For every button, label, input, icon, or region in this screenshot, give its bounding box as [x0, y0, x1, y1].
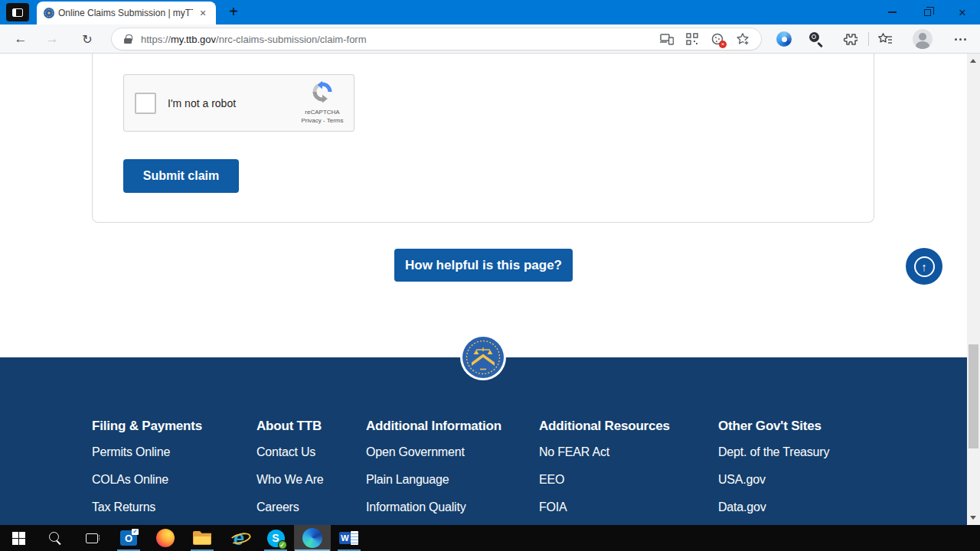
- qr-code-icon[interactable]: [684, 31, 700, 47]
- recaptcha-checkbox[interactable]: [135, 93, 156, 114]
- footer-link[interactable]: COLAs Online: [92, 472, 202, 487]
- ttb-seal-favicon-icon: [43, 7, 55, 19]
- new-tab-button[interactable]: +: [225, 4, 242, 21]
- recaptcha-terms-row: Privacy - Terms: [296, 117, 349, 124]
- recaptcha-brand-text: reCAPTCHA: [296, 109, 349, 116]
- scrollbar-down-icon[interactable]: [970, 516, 976, 520]
- taskbar-file-explorer-button[interactable]: [184, 525, 220, 551]
- devices-icon[interactable]: [659, 31, 675, 47]
- footer-link[interactable]: Open Government: [366, 445, 501, 460]
- tab-close-icon[interactable]: ×: [196, 6, 210, 20]
- cookie-blocked-icon[interactable]: ×: [710, 31, 725, 47]
- browser-tab[interactable]: Online Claims Submission | myTT ×: [37, 2, 216, 24]
- back-button[interactable]: ←: [11, 29, 31, 49]
- footer-link[interactable]: Permits Online: [92, 445, 202, 460]
- arrow-up-icon: ↑: [914, 256, 935, 277]
- collections-star-icon[interactable]: [877, 32, 893, 49]
- padlock-icon[interactable]: [124, 34, 132, 44]
- address-bar-icons: ×: [659, 31, 761, 47]
- windows-logo-icon: [12, 532, 25, 545]
- footer-heading: Filing & Payments: [92, 419, 202, 434]
- dark-magnifier-extension-icon[interactable]: [808, 31, 824, 47]
- footer-link[interactable]: Data.gov: [718, 500, 829, 515]
- footer-link[interactable]: Contact Us: [256, 445, 324, 460]
- magnifier-handle: [817, 42, 823, 48]
- taskbar-internet-explorer-button[interactable]: e: [220, 525, 257, 551]
- footer-link[interactable]: Information Quality: [366, 500, 501, 515]
- address-bar[interactable]: https://my.ttb.gov/nrc-claims-submission…: [112, 28, 761, 50]
- footer-column-filing-payments: Filing & Payments Permits Online COLAs O…: [92, 419, 202, 527]
- footer-column-about-ttb: About TTB Contact Us Who We Are Careers: [256, 419, 324, 527]
- claim-form-card: I'm not a robot reCAPTCHA Privacy - Term…: [92, 54, 874, 223]
- edge-icon: [302, 528, 322, 548]
- taskbar-firefox-button[interactable]: [147, 525, 184, 551]
- settings-more-button[interactable]: [951, 34, 969, 44]
- firefox-icon: [156, 529, 175, 547]
- search-icon: [48, 531, 62, 545]
- word-icon: W: [339, 530, 359, 546]
- taskbar-edge-button[interactable]: [294, 525, 331, 551]
- footer-heading: Additional Information: [366, 419, 501, 434]
- footer-link[interactable]: Who We Are: [256, 472, 324, 487]
- scrollbar-up-icon[interactable]: [970, 59, 976, 63]
- blue-swirl-extension-icon[interactable]: [776, 31, 792, 47]
- minimize-icon: [888, 11, 897, 13]
- footer-heading: About TTB: [256, 419, 324, 434]
- recaptcha-separator: -: [323, 117, 325, 124]
- footer-link[interactable]: FOIA: [539, 500, 670, 515]
- footer-link[interactable]: Plain Language: [366, 472, 501, 487]
- forward-button[interactable]: →: [42, 29, 62, 49]
- footer-column-additional-resources: Additional Resources No FEAR Act EEO FOI…: [539, 419, 670, 527]
- cookie-blocked-badge: ×: [719, 41, 727, 48]
- submit-claim-button[interactable]: Submit claim: [123, 159, 239, 193]
- recaptcha-brand-box: reCAPTCHA Privacy - Terms: [296, 80, 349, 124]
- task-view-button[interactable]: [74, 525, 110, 551]
- footer-heading: Other Gov't Sites: [718, 419, 829, 434]
- url-text[interactable]: https://my.ttb.gov/nrc-claims-submission…: [141, 34, 659, 45]
- tab-actions-menu-button[interactable]: [6, 3, 29, 21]
- footer-column-additional-information: Additional Information Open Government P…: [366, 419, 501, 527]
- taskbar-skype-button[interactable]: S✓: [257, 525, 294, 551]
- recaptcha-terms-link[interactable]: Terms: [327, 117, 344, 124]
- footer-heading: Additional Resources: [539, 419, 670, 434]
- browser-titlebar: Online Claims Submission | myTT × + ×: [0, 0, 980, 24]
- tab-title: Online Claims Submission | myTT: [58, 8, 193, 18]
- page-content: I'm not a robot reCAPTCHA Privacy - Term…: [0, 54, 967, 357]
- close-button[interactable]: ×: [945, 0, 980, 24]
- start-button[interactable]: [0, 525, 37, 551]
- taskbar-search-button[interactable]: [37, 525, 74, 551]
- restore-button[interactable]: [910, 0, 945, 24]
- toolbar-divider: [868, 32, 869, 46]
- browser-toolbar: ← → ↻ https://my.ttb.gov/nrc-claims-subm…: [0, 24, 980, 54]
- recaptcha-privacy-link[interactable]: Privacy: [302, 117, 322, 124]
- recaptcha-logo-icon: [311, 80, 334, 103]
- taskbar-word-button[interactable]: W: [331, 525, 368, 551]
- recaptcha-label: I'm not a robot: [168, 97, 236, 109]
- page-feedback-button[interactable]: How helpful is this page?: [394, 249, 573, 282]
- outlook-icon: O✓: [120, 530, 137, 546]
- page-scrollbar[interactable]: [967, 54, 980, 525]
- windows-taskbar: O✓ e S✓ W ✓ S o 4:09 PM 1/26/2022: [0, 525, 980, 551]
- close-icon: ×: [959, 6, 966, 19]
- scroll-to-top-button[interactable]: ↑: [906, 248, 942, 285]
- footer-link[interactable]: EEO: [539, 472, 670, 487]
- screen: Online Claims Submission | myTT × + × ← …: [0, 0, 980, 551]
- footer-link[interactable]: Careers: [256, 500, 324, 515]
- minimize-button[interactable]: [874, 0, 910, 24]
- url-host: my.ttb.gov: [171, 34, 216, 45]
- refresh-button[interactable]: ↻: [77, 29, 97, 49]
- scrollbar-thumb[interactable]: [969, 344, 978, 448]
- word-page: [351, 531, 358, 545]
- footer-link[interactable]: No FEAR Act: [539, 445, 670, 460]
- avatar-head: [919, 33, 926, 41]
- footer-link[interactable]: Dept. of the Treasury: [718, 445, 829, 460]
- taskbar-outlook-button[interactable]: O✓: [110, 525, 147, 551]
- add-favorite-star-icon[interactable]: [735, 31, 750, 47]
- recaptcha-widget: I'm not a robot reCAPTCHA Privacy - Term…: [123, 74, 354, 132]
- puzzle-extensions-icon[interactable]: [842, 32, 858, 49]
- url-scheme: https://: [141, 34, 171, 45]
- footer-link[interactable]: Tax Returns: [92, 500, 202, 515]
- profile-avatar[interactable]: [913, 29, 933, 49]
- footer-column-other-govt-sites: Other Gov't Sites Dept. of the Treasury …: [718, 419, 829, 527]
- footer-link[interactable]: USA.gov: [718, 472, 829, 487]
